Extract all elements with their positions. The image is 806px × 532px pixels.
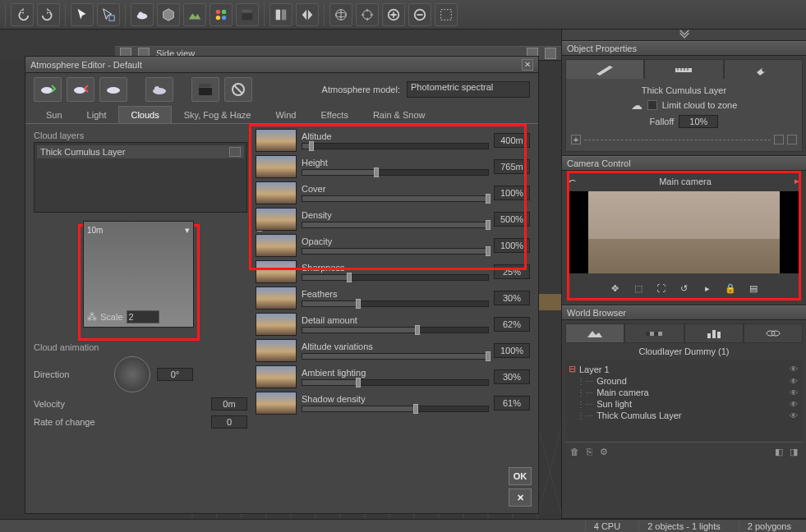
param-thumb[interactable] xyxy=(256,339,297,362)
animate-button[interactable] xyxy=(191,77,219,102)
prop-tab-ruler[interactable] xyxy=(644,59,723,79)
visibility-icon[interactable]: 👁 xyxy=(790,388,798,397)
settings-icon[interactable]: ▤ xyxy=(745,280,762,296)
camera-select-icon[interactable]: ⤺ xyxy=(569,176,576,186)
param-slider[interactable] xyxy=(302,248,489,255)
param-input[interactable] xyxy=(494,133,530,148)
wb-tab-stats[interactable] xyxy=(684,323,744,343)
param-thumb[interactable] xyxy=(256,392,297,415)
wb-item[interactable]: ⋮⋯ Sun light👁 xyxy=(567,398,801,410)
prop-tab-brush[interactable] xyxy=(565,59,644,79)
param-thumb[interactable] xyxy=(256,313,297,336)
param-thumb[interactable] xyxy=(256,208,297,231)
param-slider[interactable] xyxy=(302,222,489,228)
wb-tab-objects[interactable] xyxy=(565,323,624,343)
mirror-icon[interactable] xyxy=(296,3,319,26)
noise-icon[interactable]: ⁂ xyxy=(87,311,97,323)
dialog-titlebar[interactable]: Atmosphere Editor - Default ✕ xyxy=(25,57,538,73)
param-thumb[interactable] xyxy=(256,365,297,388)
copy-icon[interactable]: ⎘ xyxy=(583,446,595,457)
param-input[interactable] xyxy=(494,159,530,174)
param-slider[interactable] xyxy=(302,274,489,281)
param-thumb[interactable] xyxy=(256,234,297,257)
param-slider[interactable] xyxy=(302,353,489,360)
ok-button[interactable]: OK xyxy=(509,467,532,485)
clapper-icon[interactable] xyxy=(236,3,259,26)
terrain-icon[interactable] xyxy=(183,3,206,26)
falloff-input[interactable] xyxy=(679,115,718,128)
param-input[interactable] xyxy=(494,291,530,305)
camera-next-icon[interactable]: ▸ xyxy=(794,176,799,186)
pointer-icon[interactable] xyxy=(71,3,94,26)
redo-icon[interactable] xyxy=(37,3,60,26)
param-input[interactable] xyxy=(494,317,530,332)
direction-input[interactable] xyxy=(157,368,193,381)
globe-icon[interactable] xyxy=(329,3,352,26)
action-icon-2[interactable] xyxy=(787,135,797,144)
cube-icon[interactable] xyxy=(157,3,180,26)
split-icon[interactable] xyxy=(269,3,292,26)
layer-cycle-icon[interactable] xyxy=(229,147,241,157)
cloud-preset-button[interactable] xyxy=(145,77,173,102)
param-slider[interactable] xyxy=(302,195,489,202)
viewport-menu-icon[interactable] xyxy=(545,48,556,59)
tab-clouds[interactable]: Clouds xyxy=(118,106,171,123)
camera-preview[interactable] xyxy=(569,191,799,273)
target-icon[interactable] xyxy=(356,3,379,26)
undo-icon[interactable] xyxy=(11,3,34,26)
param-input[interactable] xyxy=(494,396,530,410)
param-input[interactable] xyxy=(494,264,530,279)
scale-input[interactable] xyxy=(127,310,159,323)
pan-icon[interactable]: ✥ xyxy=(607,280,624,296)
param-slider[interactable] xyxy=(302,169,489,176)
visibility-icon[interactable]: 👁 xyxy=(790,400,798,409)
collapse-bar[interactable] xyxy=(562,30,806,41)
select-arrow-icon[interactable] xyxy=(97,3,120,26)
frame-icon[interactable]: ⛶ xyxy=(653,280,670,296)
expand-icon[interactable]: + xyxy=(571,135,581,144)
play-icon[interactable]: ▸ xyxy=(699,280,716,296)
visibility-icon[interactable]: 👁 xyxy=(790,377,798,386)
lock-icon[interactable]: 🔒 xyxy=(722,280,739,296)
palette-icon[interactable] xyxy=(210,3,233,26)
cloud-layers-list[interactable]: Thick Cumulus Layer ➡ ⬅ 🗑 xyxy=(34,142,247,213)
action-a-icon[interactable]: ◧ xyxy=(773,446,785,457)
limit-checkbox[interactable] xyxy=(647,100,657,110)
param-thumb[interactable] xyxy=(256,287,297,310)
param-thumb[interactable] xyxy=(256,181,297,204)
wb-item[interactable]: ⋮⋯ Main camera👁 xyxy=(567,387,801,398)
cloud-preview[interactable]: 10m ▾ ⁂ Scale xyxy=(83,221,194,328)
direction-compass[interactable] xyxy=(114,356,150,392)
delete-icon[interactable]: 🗑 xyxy=(569,446,580,457)
move-icon[interactable]: ⬚ xyxy=(630,280,647,296)
cloud-icon[interactable] xyxy=(131,3,154,26)
load-atmosphere-button[interactable] xyxy=(34,77,62,102)
param-thumb[interactable] xyxy=(256,155,297,178)
param-thumb[interactable] xyxy=(256,129,297,152)
param-slider[interactable] xyxy=(302,379,489,386)
save-atmosphere-button[interactable] xyxy=(67,77,94,102)
visibility-icon[interactable]: 👁 xyxy=(790,365,798,374)
param-slider[interactable] xyxy=(302,406,489,412)
filter-icon[interactable]: ⚙ xyxy=(598,446,610,457)
marquee-icon[interactable] xyxy=(435,3,458,26)
velocity-input[interactable] xyxy=(211,397,247,410)
wb-item[interactable]: ⋮⋯ Ground👁 xyxy=(567,375,801,387)
tab-wind[interactable]: Wind xyxy=(263,106,308,123)
zoom-out-icon[interactable] xyxy=(408,3,431,26)
action-b-icon[interactable]: ◨ xyxy=(788,446,799,457)
visibility-icon[interactable]: 👁 xyxy=(790,411,798,420)
close-icon[interactable]: ✕ xyxy=(522,59,533,71)
tab-light[interactable]: Light xyxy=(75,106,119,123)
rate-input[interactable] xyxy=(211,415,247,429)
param-slider[interactable] xyxy=(302,300,489,307)
tab-sun[interactable]: Sun xyxy=(34,106,75,123)
param-slider[interactable] xyxy=(302,143,489,149)
layer-item[interactable]: Thick Cumulus Layer xyxy=(37,145,244,158)
param-input[interactable] xyxy=(494,238,530,253)
param-input[interactable] xyxy=(494,212,530,227)
param-input[interactable] xyxy=(494,369,530,384)
wb-tab-materials[interactable] xyxy=(624,323,684,343)
tab-effects[interactable]: Effects xyxy=(308,106,360,123)
action-icon[interactable] xyxy=(774,135,784,144)
